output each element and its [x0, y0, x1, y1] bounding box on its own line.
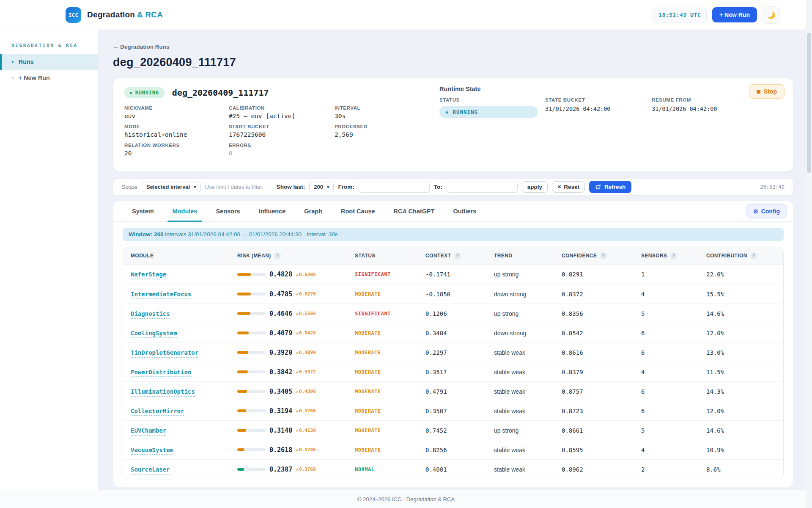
to-date-input[interactable] — [447, 182, 518, 193]
reset-button[interactable]: ✕ Reset — [552, 181, 585, 193]
confidence-value: 0.8372 — [562, 291, 641, 298]
risk-bar — [237, 409, 266, 412]
scope-select[interactable]: Selected interval ▾ — [142, 182, 201, 192]
risk-mean-value: 0.3405 — [269, 388, 292, 395]
table-row: SourceLaser 0.2387 ▲ 0.3768 — [123, 459, 783, 479]
runtime-state-heading: Runtime State — [439, 86, 761, 92]
up-triangle-icon: ▲ — [296, 331, 298, 335]
risk-peak-value: 0.3766 — [299, 408, 316, 414]
refresh-button[interactable]: Refresh — [589, 181, 631, 193]
footer-copyright: © 2024–2026 ICC · Degradation & RCA — [357, 496, 455, 502]
tab[interactable]: Root Cause — [341, 201, 375, 221]
risk-mean-value: 0.4785 — [269, 290, 292, 298]
tab-label: System — [132, 208, 154, 215]
table-body: WaferStage 0.4828 ▲ 0.6398 — [123, 265, 783, 479]
tab[interactable]: RCA ChatGPT — [394, 201, 435, 221]
column-header: MODULE — [131, 253, 237, 259]
tab[interactable]: System — [132, 201, 154, 221]
breadcrumb-back-link[interactable]: ← Degradation Runs — [113, 44, 170, 50]
up-triangle-icon: ▲ — [296, 292, 298, 296]
apply-button[interactable]: apply — [522, 181, 548, 193]
stop-button[interactable]: Stop — [749, 84, 785, 99]
module-link[interactable]: IlluminationOptics — [131, 388, 195, 397]
module-link[interactable]: VacuumSystem — [131, 447, 173, 455]
risk-cell: 0.4079 ▲ 0.5428 — [237, 329, 355, 337]
run-field: NICKNAME euv — [124, 105, 229, 119]
window-range: intervals 31/01/2026 04:42:00 → 01/01/20… — [165, 231, 337, 237]
reset-button-label: Reset — [564, 184, 579, 190]
risk-peak-delta: ▲ 0.5428 — [296, 330, 316, 336]
tabs-row: System Modules Sensors Influence — [113, 201, 793, 222]
contribution-value: 12.0% — [706, 330, 776, 337]
module-link[interactable]: Diagnostics — [131, 310, 170, 319]
module-cell: CoolingSystem — [131, 329, 237, 337]
brand: ICC Degradation& RCA — [66, 7, 163, 23]
tab[interactable]: Graph — [304, 201, 322, 221]
sensors-value: 6 — [641, 388, 706, 395]
risk-bar — [237, 351, 266, 354]
sidebar-item[interactable]: ● Runs — [0, 54, 98, 70]
trend-value: stable weak — [494, 408, 562, 414]
risk-bar-fill — [237, 468, 244, 471]
show-last-select[interactable]: 200 ▾ — [309, 182, 334, 192]
resume-from-label: RESUME FROM — [652, 97, 717, 102]
new-run-button[interactable]: + New Run — [712, 7, 757, 22]
scrollbar-track[interactable] — [806, 0, 812, 508]
risk-mean-value: 0.3194 — [269, 407, 292, 415]
module-link[interactable]: CoolingSystem — [131, 330, 177, 338]
scope-select-value: Selected interval — [146, 184, 190, 190]
moon-icon — [767, 11, 775, 19]
module-link[interactable]: WaferStage — [131, 271, 166, 279]
help-icon[interactable]: ? — [454, 252, 461, 260]
risk-bar-fill — [237, 331, 249, 334]
run-field-label: PROCESSED — [335, 124, 436, 129]
help-icon[interactable]: ? — [670, 252, 677, 260]
tab[interactable]: Sensors — [216, 201, 240, 221]
risk-cell: 0.3140 ▲ 0.4138 — [237, 427, 355, 434]
tab[interactable]: Modules — [173, 201, 198, 221]
help-icon[interactable]: ? — [750, 252, 757, 260]
module-link[interactable]: IntermediateFocus — [131, 291, 191, 299]
module-link[interactable]: SourceLaser — [131, 466, 170, 475]
run-field-value: 20 — [124, 150, 229, 157]
theme-toggle-button[interactable] — [763, 6, 780, 24]
module-link[interactable]: EUVChamber — [131, 427, 166, 436]
tab[interactable]: Influence — [259, 201, 286, 221]
config-button[interactable]: ⚙ Config — [746, 204, 787, 218]
stop-square-icon — [757, 90, 760, 94]
scrollbar-thumb[interactable] — [807, 33, 811, 173]
module-link[interactable]: TinDropletGenerator — [131, 349, 198, 358]
confidence-value: 0.8661 — [562, 427, 641, 434]
risk-bar-fill — [237, 429, 246, 432]
risk-cell: 0.3194 ▲ 0.3766 — [237, 407, 355, 415]
risk-peak-value: 0.4390 — [299, 389, 316, 394]
utc-clock-badge: 18:52:49 UTC — [653, 8, 707, 22]
risk-peak-delta: ▲ 0.5560 — [296, 311, 316, 316]
trend-value: stable weak — [494, 369, 562, 375]
risk-peak-delta: ▲ 0.3768 — [296, 467, 316, 472]
results-panel: System Modules Sensors Influence — [113, 201, 793, 487]
tab[interactable]: Outliers — [453, 201, 477, 221]
run-field: START BUCKET 1767225600 — [229, 124, 335, 138]
chevron-down-icon: ▾ — [194, 184, 196, 190]
table-row: CoolingSystem 0.4079 ▲ 0.5428 — [123, 323, 783, 342]
risk-mean-value: 0.4646 — [269, 310, 292, 318]
filter-hint: Use limit / dates to filter. — [205, 184, 263, 190]
help-icon[interactable]: ? — [274, 252, 281, 260]
contribution-value: 14.6% — [706, 427, 776, 434]
from-date-input[interactable] — [359, 182, 430, 193]
table-row: VacuumSystem 0.2618 ▲ 0.3786 — [123, 440, 783, 459]
state-bucket-value: 31/01/2026 04:42:00 — [545, 105, 652, 112]
table-row: EUVChamber 0.3140 ▲ 0.4138 — [123, 420, 783, 440]
risk-peak-value: 0.3768 — [299, 467, 316, 472]
contribution-value: 14.6% — [706, 310, 776, 317]
risk-peak-value: 0.6270 — [299, 291, 316, 297]
sidebar-item-label: Runs — [18, 58, 33, 65]
module-link[interactable]: PowerDistribution — [131, 369, 191, 377]
risk-peak-delta: ▲ 0.5372 — [296, 369, 316, 375]
module-link[interactable]: CollectorMirror — [131, 408, 184, 416]
sidebar-item[interactable]: ● + New Run — [0, 70, 98, 86]
risk-mean-value: 0.2387 — [269, 466, 292, 473]
help-icon[interactable]: ? — [600, 252, 607, 260]
bullet-dot-icon: ● — [11, 76, 14, 80]
